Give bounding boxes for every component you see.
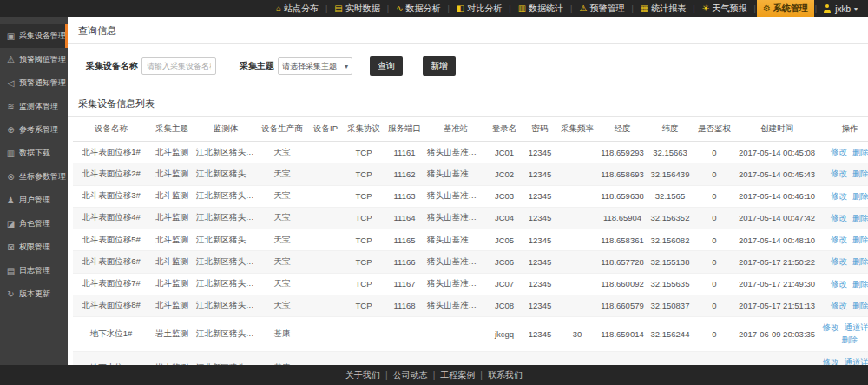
delete-link[interactable]: 删除 bbox=[852, 168, 868, 180]
footer-separator: | bbox=[480, 370, 483, 380]
nav-item-3[interactable]: ∿数据分析 bbox=[390, 0, 446, 17]
column-header: 设备名称 bbox=[73, 117, 149, 142]
table-cell: 12345 bbox=[523, 317, 557, 352]
nav-item-6[interactable]: ⚠预警管理 bbox=[573, 0, 630, 17]
user-menu[interactable]: jxkb ▾ bbox=[818, 4, 868, 14]
table-cell bbox=[307, 317, 344, 352]
sidebar-item-3[interactable]: ◁预警通知管理 bbox=[0, 71, 68, 95]
table-row: 地下水位2#岩土监测江北新区猪头山滑...基康jkcgq123453002017… bbox=[73, 351, 868, 365]
nav-item-2[interactable]: ▤实时数据 bbox=[328, 0, 385, 17]
device-name-input[interactable] bbox=[141, 57, 216, 75]
table-cell: 2017-06-09 20:03:35 bbox=[736, 317, 818, 352]
nav-item-9[interactable]: ⚙系统管理 bbox=[757, 0, 814, 17]
sidebar-item-11[interactable]: ▤日志管理 bbox=[0, 259, 68, 282]
sidebar-item-9[interactable]: ◪角色管理 bbox=[0, 212, 68, 236]
table-cell: 118.659638 bbox=[597, 185, 648, 207]
table-cell: 2017-05-14 00:46:10 bbox=[736, 185, 818, 207]
table-cell: 北斗表面位移3# bbox=[73, 185, 149, 207]
table-cell: 天宝 bbox=[257, 229, 307, 251]
nav-item-1[interactable]: ⌂站点分布 bbox=[270, 0, 325, 17]
table-cell: 32.156082 bbox=[648, 229, 693, 251]
column-header: 采集频率 bbox=[557, 117, 597, 142]
table-cell: TCP bbox=[344, 229, 384, 251]
table-row: 北斗表面位移6#北斗监测江北新区猪头山滑...天宝TCP11166猪头山基准站0… bbox=[73, 251, 868, 273]
delete-link[interactable]: 删除 bbox=[852, 256, 868, 268]
channel-detail-link[interactable]: 通道详情 bbox=[845, 356, 868, 366]
delete-link[interactable]: 删除 bbox=[852, 146, 868, 158]
footer-link-1[interactable]: 关于我们 bbox=[344, 369, 382, 382]
modify-link[interactable]: 修改 bbox=[831, 190, 847, 202]
modify-link[interactable]: 修改 bbox=[823, 322, 839, 334]
footer-link-4[interactable]: 联系我们 bbox=[486, 369, 524, 382]
column-header: 采集主题 bbox=[149, 117, 194, 142]
statistics-icon: ▥ bbox=[518, 4, 526, 13]
speaker-icon: ◁ bbox=[6, 78, 16, 88]
sidebar-item-4[interactable]: ≋监测体管理 bbox=[0, 95, 68, 118]
modify-link[interactable]: 修改 bbox=[831, 146, 847, 158]
modify-link[interactable]: 修改 bbox=[831, 168, 847, 180]
modify-link[interactable]: 修改 bbox=[823, 356, 839, 366]
sidebar-item-10[interactable]: ⊠权限管理 bbox=[0, 236, 68, 259]
footer-link-3[interactable]: 工程案例 bbox=[438, 369, 477, 382]
search-button[interactable]: 查询 bbox=[370, 56, 403, 76]
compare-icon: ◧ bbox=[457, 4, 464, 13]
sidebar-item-7[interactable]: ⊗坐标参数管理 bbox=[0, 165, 68, 189]
channel-detail-link[interactable]: 通道详情 bbox=[845, 322, 868, 334]
sidebar-item-5[interactable]: ⊕参考系管理 bbox=[0, 118, 68, 142]
sidebar-item-6[interactable]: ▥数据下载 bbox=[0, 142, 68, 165]
report-icon: ▦ bbox=[641, 4, 648, 13]
operations-cell: 修改删除 bbox=[818, 142, 868, 163]
delete-link[interactable]: 删除 bbox=[852, 190, 868, 202]
sidebar-item-8[interactable]: ♟用户管理 bbox=[0, 189, 68, 212]
nav-item-label: 天气预报 bbox=[713, 3, 747, 15]
sidebar-item-label: 角色管理 bbox=[19, 218, 50, 229]
footer-link-2[interactable]: 公司动态 bbox=[391, 369, 430, 382]
add-button[interactable]: 新增 bbox=[423, 56, 456, 76]
delete-link[interactable]: 删除 bbox=[852, 212, 868, 224]
device-table: 设备名称采集主题监测体设备生产商设备IP采集协议服务端口基准站登录名密码采集频率… bbox=[73, 117, 868, 365]
compass-icon: ⊕ bbox=[6, 125, 16, 135]
sidebar-item-label: 版本更新 bbox=[19, 289, 50, 300]
table-cell: 118.659014 bbox=[597, 317, 648, 352]
chevron-down-icon: ▾ bbox=[854, 5, 858, 13]
modify-link[interactable]: 修改 bbox=[831, 212, 847, 224]
delete-link[interactable]: 删除 bbox=[852, 278, 868, 290]
topic-select[interactable]: 请选择采集主题 ▾ bbox=[278, 57, 352, 75]
table-cell: jkcgq bbox=[486, 351, 523, 365]
delete-link[interactable]: 删除 bbox=[852, 300, 868, 312]
nav-item-5[interactable]: ▥数据统计 bbox=[512, 0, 569, 17]
table-cell: 118.65904 bbox=[597, 207, 648, 229]
nav-item-8[interactable]: ☀天气预报 bbox=[696, 0, 753, 17]
table-cell: JC06 bbox=[486, 251, 523, 273]
table-cell: 猪头山基准站02 bbox=[425, 207, 486, 229]
table-cell: 0 bbox=[693, 163, 736, 185]
sidebar-item-12[interactable]: ↻版本更新 bbox=[0, 282, 68, 306]
modify-link[interactable]: 修改 bbox=[831, 300, 847, 312]
sidebar: ▣采集设备管理⚠预警阈值管理◁预警通知管理≋监测体管理⊕参考系管理▥数据下载⊗坐… bbox=[0, 17, 68, 365]
nav-item-4[interactable]: ◧对比分析 bbox=[450, 0, 508, 17]
chevron-down-icon: ▾ bbox=[345, 63, 348, 70]
nav-item-label: 数据统计 bbox=[529, 3, 563, 15]
footer: 关于我们|公司动态|工程案例|联系我们 bbox=[0, 365, 868, 385]
nav-item-7[interactable]: ▦统计报表 bbox=[635, 0, 692, 17]
clock-update-icon: ↻ bbox=[6, 289, 16, 299]
modify-link[interactable]: 修改 bbox=[831, 278, 847, 290]
table-cell: 32.156352 bbox=[648, 207, 693, 229]
modify-link[interactable]: 修改 bbox=[831, 234, 847, 246]
table-row: 北斗表面位移8#北斗监测江北新区猪头山滑...天宝TCP11168猪头山基准站0… bbox=[73, 295, 868, 316]
table-cell: 32.150837 bbox=[648, 295, 693, 316]
sidebar-item-label: 日志管理 bbox=[19, 265, 50, 276]
table-cell bbox=[557, 185, 597, 207]
wifi-icon: ≋ bbox=[6, 102, 16, 111]
modify-link[interactable]: 修改 bbox=[831, 256, 847, 268]
column-header: 基准站 bbox=[425, 117, 486, 142]
sidebar-item-1[interactable]: ▣采集设备管理 bbox=[0, 24, 68, 48]
table-cell: 北斗监测 bbox=[149, 185, 194, 207]
table-cell: 2017-05-17 21:49:30 bbox=[736, 273, 818, 295]
table-cell: 118.660579 bbox=[597, 295, 648, 316]
operations-cell: 修改删除 bbox=[818, 273, 868, 295]
delete-link[interactable]: 删除 bbox=[842, 334, 858, 346]
sidebar-item-2[interactable]: ⚠预警阈值管理 bbox=[0, 48, 68, 71]
footer-separator: | bbox=[433, 370, 436, 380]
delete-link[interactable]: 删除 bbox=[852, 234, 868, 246]
